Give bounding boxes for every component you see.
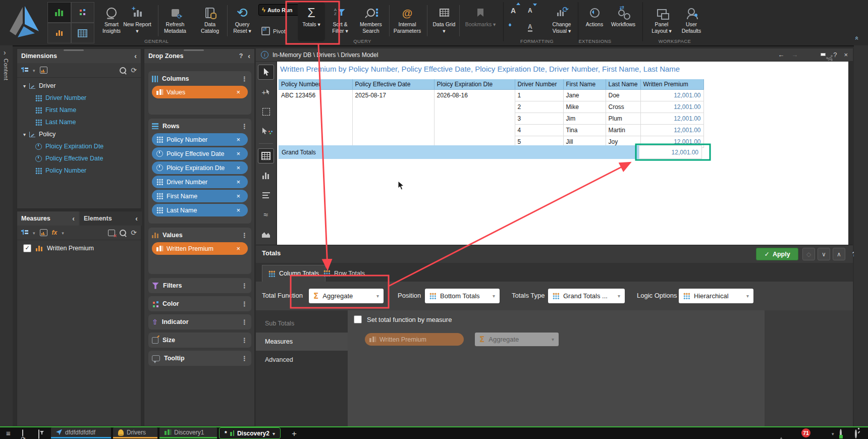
cell-expiration-date[interactable]: 2026-08-16 (434, 90, 515, 148)
cell-premium[interactable]: 12,001.00 (640, 101, 703, 113)
collapse-elements-icon[interactable] (135, 214, 138, 223)
zone-menu-icon[interactable] (241, 75, 248, 83)
pivot-button[interactable]: Pivot (258, 26, 288, 36)
logic-options-dropdown[interactable]: Hierarchical (679, 289, 753, 303)
grid-visual-tool[interactable] (258, 148, 274, 163)
zone-menu-icon[interactable] (241, 282, 248, 290)
add-selection-tool[interactable]: + (258, 84, 274, 99)
cell-driver[interactable]: 1 (515, 90, 563, 101)
remove-chip-button[interactable] (233, 163, 243, 172)
remove-chip-button[interactable] (233, 192, 243, 200)
tab-column-totals[interactable]: Column Totals (262, 265, 326, 282)
tab-measures[interactable]: Measures (17, 211, 79, 226)
cell-last-name[interactable]: Doe (606, 90, 640, 101)
taskbar-menu-button[interactable]: ≡ (6, 429, 11, 437)
fx-icon[interactable]: fx (52, 229, 58, 236)
help-icon[interactable]: ? (239, 52, 243, 60)
zone-menu-icon[interactable] (241, 355, 248, 362)
remove-chip-button[interactable] (233, 206, 243, 214)
collapse-drop-zones-icon[interactable] (248, 52, 250, 60)
remove-chip-button[interactable] (233, 178, 243, 186)
col-header-first-name[interactable]: First Name (563, 79, 606, 90)
zone-menu-icon[interactable] (241, 123, 248, 130)
app-logo-icon[interactable] (6, 2, 43, 42)
chip-values[interactable]: Values (152, 86, 248, 98)
doc-tab-discovery2-active[interactable]: * Discovery2 (219, 427, 281, 439)
pointer-caret-icon[interactable] (832, 430, 834, 437)
measure-checkbox[interactable]: ✓ (23, 244, 31, 252)
filter-manager-button[interactable] (38, 430, 39, 438)
bookmarks-button[interactable]: Bookmarks ▾ (465, 3, 496, 42)
chip-policy-number[interactable]: Policy Number (152, 133, 248, 146)
chip-policy-effective-date[interactable]: Policy Effective Date (152, 147, 248, 160)
drop-zone-filters[interactable]: Filters (148, 278, 251, 293)
dimension-item-driver-number[interactable]: Driver Number (17, 92, 141, 104)
marquee-select-tool[interactable] (258, 104, 274, 119)
panel-up-button[interactable]: ∧ (833, 248, 845, 260)
recording-status-icon[interactable] (840, 430, 842, 437)
dimension-item-ploicy-expiration-dte[interactable]: Ploicy Expiration Dte (17, 140, 141, 152)
col-header-policy-effective-date[interactable]: Policy Effective Date (352, 79, 434, 90)
font-color-button[interactable] (525, 22, 535, 32)
actions-button[interactable]: Actions (583, 3, 606, 42)
doc-tab-discovery1[interactable]: Discovery1 (159, 427, 217, 438)
breadcrumb[interactable]: In-Memory DB \ Drivers \ Drivers Model (273, 51, 378, 59)
cell-premium[interactable]: 12,001.00 (640, 90, 703, 101)
remove-chip-button[interactable] (233, 135, 243, 144)
sort-filter-button[interactable]: Sort & Filter ▾ (327, 3, 353, 42)
panel-down-button[interactable]: ∨ (818, 248, 830, 260)
cell-first-name[interactable]: Tina (563, 125, 606, 136)
set-total-function-checkbox[interactable] (354, 315, 362, 323)
collapse-dimensions-icon[interactable] (134, 52, 137, 60)
chip-ploicy-expiration-dte[interactable]: Ploicy Expiration Dte (152, 161, 248, 174)
drop-zone-color[interactable]: Color (148, 296, 251, 311)
cell-effective-date[interactable]: 2025-08-17 (352, 90, 434, 148)
tab-caret-icon[interactable] (273, 430, 275, 437)
search-icon[interactable] (120, 230, 126, 236)
tab-elements[interactable]: Elements (80, 211, 142, 226)
content-rail-label[interactable]: Content (3, 59, 9, 81)
refresh-metadata-button[interactable]: Refresh Metadata (160, 3, 190, 42)
position-dropdown[interactable]: Bottom Totals (425, 289, 500, 303)
internal-parameters-button[interactable]: @ Internal Parameters (392, 3, 422, 42)
measure-grid-icon[interactable] (40, 229, 47, 236)
grand-totals-row[interactable]: Grand Totals (279, 145, 639, 159)
cell-first-name[interactable]: Jim (563, 113, 606, 125)
dimension-item-policy-effective-date[interactable]: Policy Effective Date (17, 152, 141, 164)
dimension-item-first-name[interactable]: First Name (17, 104, 141, 116)
query-reset-button[interactable]: Query Reset ▾ (228, 3, 256, 42)
line-chart-tool[interactable]: ≈ (258, 207, 274, 223)
dimension-grid-icon[interactable] (40, 67, 47, 74)
area-chart-tool[interactable] (258, 227, 274, 242)
back-button[interactable]: ← (778, 51, 784, 59)
dimension-group-driver[interactable]: Driver (17, 80, 141, 92)
apply-button[interactable]: ✓ Apply (756, 248, 798, 260)
help-button[interactable]: ? (833, 51, 837, 59)
view-charts-button[interactable] (47, 2, 71, 23)
timer-icon[interactable] (855, 430, 857, 437)
cell-last-name[interactable]: Cross (606, 101, 640, 113)
refresh-icon[interactable] (131, 66, 137, 74)
totals-button[interactable]: Σ Totals ▾ (299, 3, 324, 42)
forward-button[interactable]: → (791, 51, 798, 59)
zone-menu-icon[interactable] (241, 337, 248, 344)
tab-row-totals[interactable]: Row Totals (317, 265, 371, 282)
dimension-group-policy[interactable]: Policy (17, 128, 141, 140)
zone-menu-icon[interactable] (241, 318, 248, 326)
clear-selection-icon[interactable] (108, 230, 115, 236)
auto-run-toggle[interactable]: ϟ Auto Run (258, 4, 303, 16)
dimension-item-last-name[interactable]: Last Name (17, 116, 141, 128)
tree-view-caret-icon[interactable] (33, 229, 35, 236)
cell-driver[interactable]: 3 (515, 113, 563, 125)
select-tool[interactable] (258, 65, 274, 80)
side-tab-sub-totals[interactable]: Sub Totals (256, 314, 348, 333)
collapse-measures-icon[interactable] (72, 214, 75, 223)
zone-menu-icon[interactable] (241, 232, 248, 239)
col-header-driver-number[interactable]: Driver Number (515, 79, 563, 90)
clipboard-history-button[interactable] (22, 430, 23, 438)
col-header-last-name[interactable]: Last Name (606, 79, 640, 90)
dimension-item-policy-number[interactable]: Policy Number (17, 164, 141, 177)
column-chart-tool[interactable] (258, 168, 274, 183)
cell-premium[interactable]: 12,001.00 (640, 125, 703, 136)
smart-insights-button[interactable]: Smart Insights (97, 3, 126, 42)
